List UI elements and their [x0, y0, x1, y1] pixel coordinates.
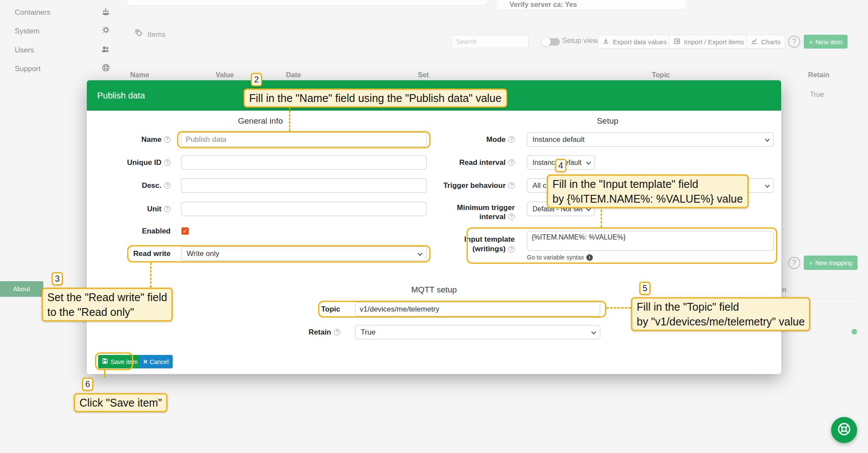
highlight-ring-save: [95, 352, 133, 370]
connector-step5: [606, 307, 631, 309]
lifebuoy-icon: [837, 422, 852, 438]
unit-input[interactable]: [181, 202, 427, 216]
step-badge-5: 5: [639, 282, 651, 295]
step-callout-2: Fill in the "Name" field using the "Publ…: [243, 89, 507, 108]
highlight-ring-name: [177, 131, 431, 148]
unit-label: Unit?: [87, 202, 171, 216]
general-info-heading: General info: [87, 116, 434, 126]
field-help-icon[interactable]: ?: [164, 206, 171, 212]
field-help-icon[interactable]: ?: [508, 159, 515, 166]
field-help-icon[interactable]: ?: [164, 136, 171, 143]
connector-step4: [601, 206, 602, 227]
unique-id-input[interactable]: [181, 155, 427, 170]
cancel-button[interactable]: × Cancel: [139, 355, 173, 368]
read-interval-label: Read interval?: [391, 155, 515, 170]
step-callout-6: Click "Save item": [74, 393, 168, 412]
field-help-icon[interactable]: ?: [164, 159, 171, 166]
field-help-icon[interactable]: ?: [508, 136, 515, 143]
enabled-checkbox[interactable]: ✓: [181, 227, 189, 235]
support-fab[interactable]: [831, 417, 857, 443]
minimum-trigger-interval-label: Minimum trigger interval?: [391, 203, 515, 221]
desc-label: Desc.?: [87, 178, 171, 193]
retain-label: Retain?: [275, 325, 340, 339]
step-callout-3: Set the "Read write" field to the "Read …: [42, 288, 173, 322]
enabled-label: Enabled: [87, 224, 171, 238]
retain-select[interactable]: True: [355, 325, 600, 339]
connector-step2: [289, 107, 290, 131]
step-badge-6: 6: [82, 378, 93, 391]
connector-step6: [104, 369, 105, 378]
highlight-ring-read-write: [127, 245, 431, 263]
field-help-icon[interactable]: ?: [164, 182, 171, 189]
chevron-down-icon: [765, 137, 769, 141]
step-badge-3: 3: [52, 272, 63, 286]
field-help-icon[interactable]: ?: [508, 213, 515, 220]
screen: Containers System Users Support About Ve…: [0, 0, 868, 453]
mqtt-setup-heading: MQTT setup: [87, 285, 781, 295]
close-icon: ×: [143, 358, 148, 365]
step-badge-2: 2: [251, 73, 262, 86]
field-help-icon[interactable]: ?: [508, 182, 515, 189]
highlight-ring-input-template: [467, 227, 777, 264]
desc-input[interactable]: [181, 178, 427, 193]
highlight-ring-topic: [318, 301, 606, 318]
connector-step3: [150, 263, 151, 288]
step-badge-4: 4: [555, 159, 566, 172]
mode-select[interactable]: Instance default: [527, 132, 774, 147]
setup-heading: Setup: [434, 116, 781, 126]
modal-title: Publish data: [97, 80, 145, 111]
step-callout-5: Fill in the "Topic" field by "v1/devices…: [631, 297, 810, 331]
chevron-down-icon: [591, 329, 596, 334]
unique-id-label: Unique ID?: [87, 155, 171, 170]
step-callout-4: Fill in the "Input template" field by {%…: [547, 174, 749, 208]
field-help-icon[interactable]: ?: [334, 329, 340, 335]
name-label: Name?: [87, 132, 171, 147]
chevron-down-icon: [586, 160, 591, 164]
trigger-behaviour-label: Trigger behaviour?: [391, 178, 515, 193]
chevron-down-icon: [765, 183, 769, 187]
